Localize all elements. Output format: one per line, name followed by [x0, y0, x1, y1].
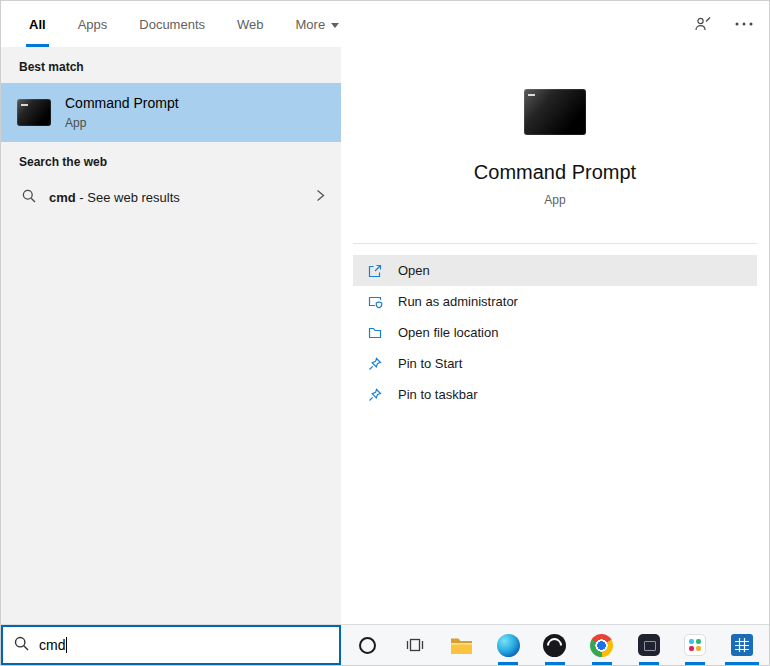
chevron-down-icon — [331, 23, 339, 28]
action-label: Pin to taskbar — [398, 387, 478, 402]
tab-documents[interactable]: Documents — [139, 1, 205, 47]
search-web-header: Search the web — [1, 142, 341, 178]
preview-title: Command Prompt — [474, 161, 636, 184]
search-filter-tabs: All Apps Documents Web More — [29, 1, 339, 47]
dark-square-app-icon[interactable] — [627, 625, 671, 665]
cortana-circle-icon[interactable] — [346, 625, 390, 665]
preview-header: Command Prompt App — [353, 47, 757, 207]
tab-all[interactable]: All — [29, 1, 46, 47]
web-result-query: cmd — [49, 190, 76, 205]
action-label: Run as administrator — [398, 294, 518, 309]
tab-apps-label: Apps — [78, 17, 108, 32]
task-view-icon[interactable] — [393, 625, 437, 665]
dark-circle-app-icon[interactable] — [533, 625, 577, 665]
result-subtitle: App — [65, 116, 179, 130]
search-query: cmd — [39, 637, 65, 653]
tab-all-label: All — [29, 17, 46, 32]
web-search-result[interactable]: cmd - See web results — [1, 178, 341, 217]
more-options-icon[interactable] — [735, 22, 753, 26]
taskbar-app-icons — [341, 625, 769, 665]
action-pin-to-start[interactable]: Pin to Start — [353, 348, 757, 379]
action-label: Open file location — [398, 325, 498, 340]
spreadsheet-app-icon[interactable] — [720, 625, 764, 665]
action-open[interactable]: Open — [353, 255, 757, 286]
circle-glyph — [359, 637, 376, 654]
file-location-icon — [367, 325, 383, 341]
search-input-text: cmd — [39, 637, 67, 653]
text-caret — [66, 637, 67, 653]
chevron-right-icon[interactable] — [316, 189, 325, 205]
user-feedback-icon[interactable] — [694, 16, 711, 32]
search-icon — [22, 189, 36, 206]
web-result-suffix: - See web results — [76, 190, 180, 205]
slack-icon[interactable] — [673, 625, 717, 665]
results-list-panel: Best match Command Prompt App Search the… — [1, 47, 341, 624]
context-actions-list: Open Run as administrator — [353, 255, 757, 410]
taskbar: cmd — [1, 624, 769, 665]
action-open-file-location[interactable]: Open file location — [353, 317, 757, 348]
dark-square-glyph — [638, 634, 660, 656]
best-match-text: Command Prompt App — [65, 95, 179, 130]
pin-icon — [367, 387, 383, 403]
action-run-as-administrator[interactable]: Run as administrator — [353, 286, 757, 317]
edge-glyph — [497, 634, 520, 657]
open-icon — [367, 263, 383, 279]
file-explorer-icon[interactable] — [439, 625, 483, 665]
windows-search-flyout: All Apps Documents Web More — [0, 0, 770, 666]
admin-shield-icon — [367, 294, 383, 310]
dark-circle-glyph — [543, 634, 566, 657]
search-tabs-bar: All Apps Documents Web More — [1, 1, 769, 47]
action-label: Open — [398, 263, 430, 278]
preview-subtitle: App — [544, 193, 565, 207]
search-icon — [14, 636, 29, 655]
taskbar-search-box[interactable]: cmd — [1, 625, 341, 665]
result-title: Command Prompt — [65, 95, 179, 112]
chrome-icon[interactable] — [580, 625, 624, 665]
preview-panel: Command Prompt App Open — [341, 47, 769, 624]
divider — [353, 243, 757, 244]
best-match-header: Best match — [1, 47, 341, 83]
tab-documents-label: Documents — [139, 17, 205, 32]
command-prompt-icon — [17, 99, 51, 126]
web-result-label: cmd - See web results — [49, 190, 303, 205]
best-match-result[interactable]: Command Prompt App — [1, 83, 341, 142]
tab-web-label: Web — [237, 17, 264, 32]
command-prompt-icon-large — [524, 89, 586, 135]
chrome-glyph — [590, 634, 613, 657]
action-label: Pin to Start — [398, 356, 462, 371]
tab-more[interactable]: More — [296, 1, 340, 47]
tab-more-label: More — [296, 17, 326, 32]
action-pin-to-taskbar[interactable]: Pin to taskbar — [353, 379, 757, 410]
edge-browser-icon[interactable] — [486, 625, 530, 665]
pin-icon — [367, 356, 383, 372]
tab-web[interactable]: Web — [237, 1, 264, 47]
tab-apps[interactable]: Apps — [78, 1, 108, 47]
slack-glyph — [684, 634, 706, 656]
search-results-area: Best match Command Prompt App Search the… — [1, 47, 769, 624]
tabsbar-actions — [694, 1, 753, 47]
